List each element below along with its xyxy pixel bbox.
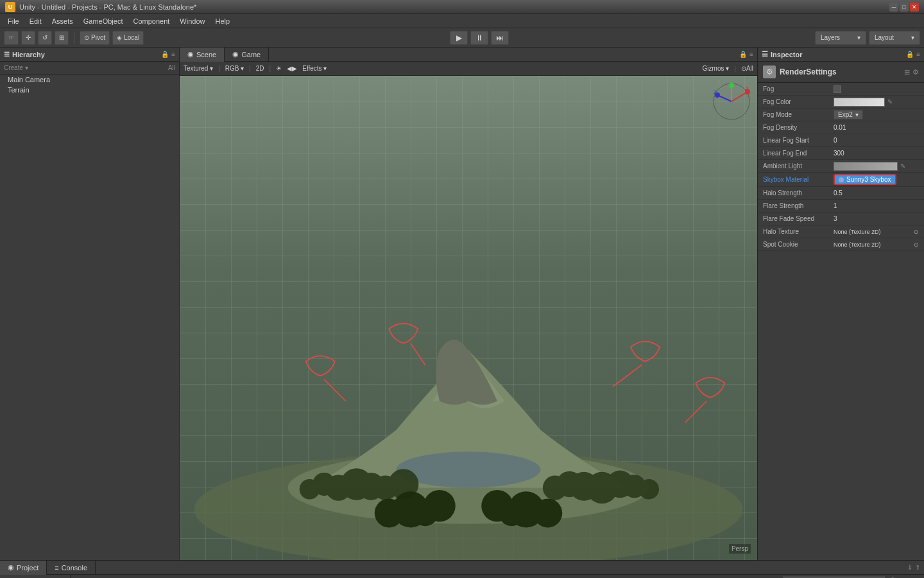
flarestrength-value[interactable]: 1 bbox=[834, 202, 919, 209]
fogmode-dropdown[interactable]: Exp2 ▾ bbox=[834, 110, 863, 119]
inspector-flarestrength-row: Flare Strength 1 bbox=[758, 200, 924, 213]
effects-dropdown[interactable]: Effects ▾ bbox=[302, 65, 327, 72]
spotcookie-value[interactable]: None (Texture 2D) bbox=[834, 241, 914, 248]
scene-search[interactable]: ⊙All bbox=[741, 65, 753, 72]
inspector-fogend-row: Linear Fog End 300 bbox=[758, 147, 924, 160]
tool-hand[interactable]: ☞ bbox=[4, 31, 19, 45]
fogend-value[interactable]: 300 bbox=[834, 150, 919, 157]
inspector-halostrength-row: Halo Strength 0.5 bbox=[758, 187, 924, 200]
fog-label: Fog bbox=[763, 85, 834, 92]
ambientlight-swatch[interactable] bbox=[834, 162, 898, 171]
bottom-expand-icon[interactable]: ⇑ bbox=[915, 564, 920, 571]
bottom-collapse-icon[interactable]: ⇓ bbox=[907, 564, 912, 571]
inspector-halotexture-row: Halo Texture None (Texture 2D) ⊙ bbox=[758, 225, 924, 238]
tab-scene[interactable]: ◉ Scene bbox=[180, 48, 225, 62]
bottom-main: Create ▾ Assets ▶ Standard Assets ▶ Skyb… bbox=[71, 575, 924, 578]
pivot-icon: ⊙ bbox=[84, 34, 89, 41]
tool-scale[interactable]: ⊞ bbox=[55, 31, 69, 45]
window-controls[interactable]: ─ □ ✕ bbox=[889, 3, 919, 12]
svg-text:Z: Z bbox=[714, 89, 717, 95]
hierarchy-menu-icon: ≡ bbox=[171, 51, 175, 58]
flarefade-value[interactable]: 3 bbox=[834, 215, 919, 222]
component-icon: ⚙ bbox=[763, 66, 776, 78]
halotexture-target-icon[interactable]: ⊙ bbox=[914, 229, 919, 235]
hierarchy-panel: ☰ Hierarchy 🔒 ≡ Create ▾ All Main Camera… bbox=[0, 48, 180, 560]
skybox-material-value[interactable]: Sunny3 Skybox bbox=[834, 174, 896, 185]
layout-dropdown[interactable]: Layout ▾ bbox=[869, 31, 920, 45]
scene-tabs: ◉ Scene ◉ Game 🔒 ≡ bbox=[180, 48, 757, 62]
hierarchy-subheader: Create ▾ All bbox=[0, 62, 179, 74]
hierarchy-item-camera[interactable]: Main Camera bbox=[0, 74, 179, 85]
scene-menu-icon: ≡ bbox=[749, 51, 753, 58]
hierarchy-item-terrain[interactable]: Terrain bbox=[0, 85, 179, 95]
svg-line-30 bbox=[732, 92, 748, 101]
halotexture-label: Halo Texture bbox=[763, 228, 834, 235]
svg-line-26 bbox=[324, 380, 346, 401]
spotcookie-target-icon[interactable]: ⊙ bbox=[914, 241, 919, 248]
menu-window[interactable]: Window bbox=[175, 16, 210, 26]
svg-line-27 bbox=[613, 365, 642, 387]
halotexture-value[interactable]: None (Texture 2D) bbox=[834, 229, 914, 235]
project-sidebar: 🔍 All Scripts ▶ Assets 📁 Editor ▶ Standa… bbox=[0, 575, 71, 578]
menu-gameobject[interactable]: GameObject bbox=[78, 16, 128, 26]
sun-icon[interactable]: ☀ bbox=[276, 65, 282, 72]
fogcolor-edit-icon[interactable]: ✎ bbox=[887, 98, 893, 105]
hierarchy-create-btn[interactable]: Create ▾ bbox=[4, 64, 28, 71]
hierarchy-icon: ☰ bbox=[4, 51, 10, 58]
scene-view[interactable]: X Y Z Persp bbox=[180, 76, 757, 560]
inspector-fogcolor-row: Fog Color ✎ bbox=[758, 96, 924, 109]
inspector-fogstart-row: Linear Fog Start 0 bbox=[758, 134, 924, 147]
menu-file[interactable]: File bbox=[3, 16, 24, 26]
audio-icon[interactable]: ◀▶ bbox=[287, 65, 297, 72]
fogcolor-label: Fog Color bbox=[763, 98, 834, 105]
scene-gizmo[interactable]: X Y Z bbox=[712, 82, 751, 121]
layers-dropdown[interactable]: Layers ▾ bbox=[815, 31, 866, 45]
close-button[interactable]: ✕ bbox=[910, 3, 919, 12]
tool-rotate[interactable]: ↺ bbox=[38, 31, 52, 45]
console-tab-label: Console bbox=[62, 564, 87, 572]
tab-game[interactable]: ◉ Game bbox=[225, 48, 269, 62]
local-button[interactable]: ◈ Local bbox=[112, 31, 144, 45]
title-bar: U Unity - Untitled - Projects - PC, Mac … bbox=[0, 0, 924, 14]
menu-edit[interactable]: Edit bbox=[24, 16, 47, 26]
menu-assets[interactable]: Assets bbox=[47, 16, 78, 26]
fogcolor-swatch[interactable] bbox=[834, 98, 885, 107]
tab-console[interactable]: ≡ Console bbox=[47, 561, 96, 575]
inspector-header: ☰ Inspector 🔒 ≡ bbox=[758, 48, 924, 62]
play-button[interactable]: ▶ bbox=[450, 31, 468, 45]
inspector-lock-icon[interactable]: 🔒 bbox=[906, 51, 914, 58]
gizmo-svg: X Y Z bbox=[712, 82, 751, 121]
svg-line-28 bbox=[685, 401, 707, 423]
tab-project[interactable]: ◉ Project bbox=[0, 561, 47, 575]
menu-help[interactable]: Help bbox=[210, 16, 235, 26]
perspective-label: Persp bbox=[729, 544, 751, 554]
inspector-menu-icon[interactable]: ≡ bbox=[916, 51, 920, 58]
minimize-button[interactable]: ─ bbox=[889, 3, 898, 12]
2d-button[interactable]: 2D bbox=[256, 65, 264, 72]
step-button[interactable]: ⏭ bbox=[491, 31, 509, 45]
scene-tab-icon: ◉ bbox=[187, 50, 194, 58]
pause-button[interactable]: ⏸ bbox=[470, 31, 488, 45]
hierarchy-all[interactable]: All bbox=[168, 64, 175, 71]
menu-bar: File Edit Assets GameObject Component Wi… bbox=[0, 14, 924, 28]
render-mode-dropdown[interactable]: Textured ▾ bbox=[184, 65, 213, 72]
game-tab-icon: ◉ bbox=[232, 50, 239, 58]
inspector-align-icon[interactable]: ⊞ bbox=[904, 68, 910, 76]
hierarchy-title: Hierarchy bbox=[12, 51, 45, 58]
maximize-button[interactable]: □ bbox=[900, 3, 909, 12]
gizmos-dropdown[interactable]: Gizmos ▾ bbox=[703, 65, 730, 72]
rgb-dropdown[interactable]: RGB ▾ bbox=[225, 65, 244, 72]
tool-move[interactable]: ✛ bbox=[21, 31, 35, 45]
menu-component[interactable]: Component bbox=[128, 16, 175, 26]
fogdensity-value[interactable]: 0.01 bbox=[834, 124, 919, 131]
project-tab-icon: ◉ bbox=[8, 563, 14, 572]
fog-checkbox[interactable] bbox=[834, 85, 841, 93]
inspector-settings-icon[interactable]: ⚙ bbox=[912, 68, 919, 76]
assets-search-input[interactable] bbox=[783, 576, 886, 579]
pivot-button[interactable]: ⊙ Pivot bbox=[80, 31, 110, 45]
fogstart-value[interactable]: 0 bbox=[834, 137, 919, 144]
halostrength-value[interactable]: 0.5 bbox=[834, 189, 919, 197]
ambientlight-edit-icon[interactable]: ✎ bbox=[900, 162, 905, 170]
app-icon: U bbox=[5, 2, 15, 12]
hierarchy-lock-icon: 🔒 bbox=[161, 51, 169, 58]
